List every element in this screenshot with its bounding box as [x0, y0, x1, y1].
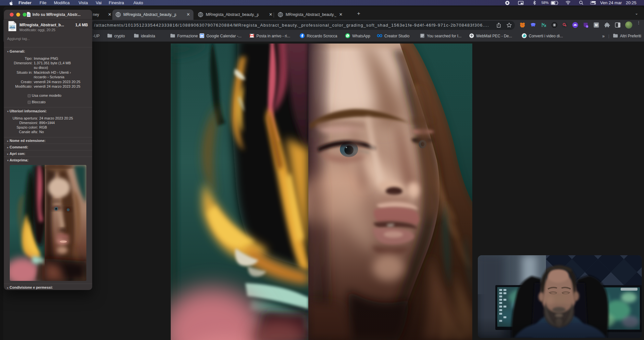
svg-text:M: M — [595, 23, 598, 27]
svg-text:31: 31 — [201, 35, 203, 37]
svg-text:5: 5 — [587, 25, 588, 28]
